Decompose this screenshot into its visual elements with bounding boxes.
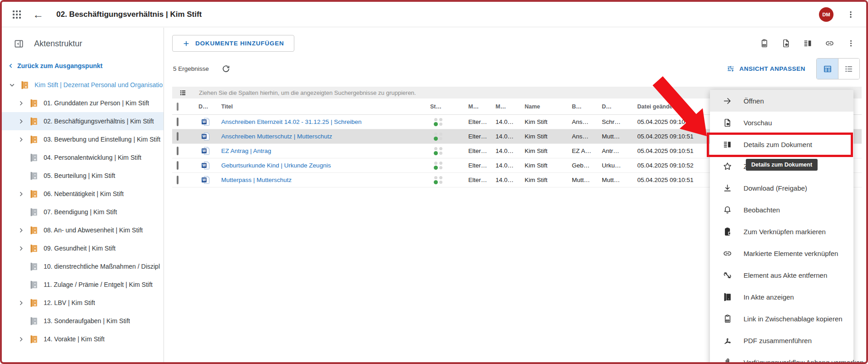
status-dots	[434, 162, 443, 170]
tooltip: Details zum Dokument	[746, 159, 818, 171]
select-all-checkbox[interactable]	[177, 103, 179, 111]
cell-m1: Elter…	[468, 148, 496, 154]
document-title-link[interactable]: EZ Antrag | Antrag	[221, 148, 430, 154]
back-arrow-icon[interactable]: ←	[33, 9, 44, 20]
row-checkbox[interactable]	[177, 147, 179, 155]
svg-text:W: W	[203, 149, 206, 153]
clipboard-link-icon[interactable]	[759, 39, 769, 48]
avatar[interactable]: DM	[819, 7, 833, 22]
menu-item-8[interactable]: Element aus Akte entfernen	[710, 264, 853, 286]
binder-icon	[29, 117, 39, 126]
doc-eye-icon[interactable]	[781, 39, 791, 48]
word-doc-icon: W	[201, 176, 221, 184]
tree-item-9[interactable]: 09. Gesundheit | Kim Stift	[2, 239, 164, 257]
chevron-right-icon[interactable]	[15, 226, 26, 234]
context-menu: Öffnen Vorschau Details zum Dokument Zur…	[710, 90, 853, 364]
adjust-view-button[interactable]: ANSICHT ANPASSEN	[726, 64, 805, 73]
menu-item-0[interactable]: Öffnen	[710, 90, 853, 112]
binder-icon	[29, 334, 39, 344]
tree-item-13[interactable]: 13. Sonderaufgaben | Kim Stift	[2, 312, 164, 330]
cell-d: Mutt…	[602, 133, 637, 140]
document-title-link[interactable]: Mutterpass | Mutterschutz	[221, 177, 430, 183]
collapse-panel-icon[interactable]	[14, 39, 24, 49]
back-to-origin-link[interactable]: Zurück zum Ausgangspunkt	[7, 58, 164, 74]
menu-item-9[interactable]: In Akte anzeigen	[710, 286, 853, 308]
binder-icon	[29, 171, 39, 181]
details-icon	[722, 140, 733, 149]
table-view-button[interactable]	[817, 59, 838, 79]
binder-icon	[29, 280, 39, 290]
menu-item-label: Markierte Elemente verknüpfen	[744, 250, 838, 257]
binder-icon	[29, 226, 39, 235]
chevron-down-icon[interactable]	[6, 81, 17, 89]
tree-item-3[interactable]: 03. Bewerbung und Einstellung | Kim Stif…	[2, 130, 164, 148]
document-title-link[interactable]: Geburtsurkunde Kind | Urkunde Zeugnis	[221, 162, 430, 169]
link-icon[interactable]	[825, 39, 834, 48]
cell-m2: 14.0…	[496, 162, 525, 169]
menu-item-6[interactable]: Zum Verknüpfen markieren	[710, 221, 853, 242]
row-checkbox[interactable]	[177, 118, 179, 126]
tree-item-6[interactable]: 06. Nebentätigkeit | Kim Stift	[2, 185, 164, 203]
menu-item-10[interactable]: Link in Zwischenablage kopieren	[710, 308, 853, 330]
cell-d: Schr…	[602, 118, 637, 125]
add-documents-button[interactable]: DOKUMENTE HINZUFÜGEN	[172, 35, 294, 52]
tree-item-0[interactable]: Kim Stift | Dezernat Personal und Organi…	[2, 76, 164, 94]
chevron-right-icon[interactable]	[15, 299, 26, 307]
binder-icon	[29, 135, 39, 144]
document-title-link[interactable]: Anschreiben Mutterschutz | Mutterschutz	[221, 133, 430, 140]
more-vert-icon[interactable]	[847, 39, 855, 48]
clipboard-link-icon	[722, 314, 733, 324]
tree-item-label: 06. Nebentätigkeit | Kim Stift	[44, 190, 124, 197]
menu-item-7[interactable]: Markierte Elemente verknüpfen	[710, 242, 853, 264]
tree-item-1[interactable]: 01. Grunddaten zur Person | Kim Stift	[2, 94, 164, 112]
tree-item-5[interactable]: 05. Beurteilung | Kim Stift	[2, 167, 164, 185]
menu-item-4[interactable]: Download (Freigabe)	[710, 177, 853, 199]
menu-item-11[interactable]: PDF zusammenführen	[710, 330, 853, 351]
chevron-right-icon[interactable]	[15, 190, 26, 198]
menu-item-label: Öffnen	[744, 97, 764, 105]
cell-m1: Elter…	[468, 162, 496, 169]
refresh-icon[interactable]	[222, 64, 230, 73]
tree-item-label: 01. Grunddaten zur Person | Kim Stift	[44, 99, 149, 107]
chevron-right-icon[interactable]	[15, 136, 26, 143]
binder-icon	[29, 262, 39, 271]
tree-item-label: 07. Beendigung | Kim Stift	[44, 208, 117, 216]
tree-item-label: Kim Stift | Dezernat Personal und Organi…	[35, 81, 163, 89]
binder-icon	[29, 244, 39, 253]
apps-grid-icon[interactable]	[13, 10, 21, 19]
more-vert-icon[interactable]	[846, 10, 855, 19]
binder-icon	[29, 153, 39, 162]
menu-item-2[interactable]: Details zum Dokument	[710, 133, 853, 155]
menu-item-1[interactable]: Vorschau	[710, 112, 853, 133]
menu-item-5[interactable]: Beobachten	[710, 199, 853, 221]
tree-item-8[interactable]: 08. An- und Abwesenheit | Kim Stift	[2, 221, 164, 239]
list-view-button[interactable]	[838, 59, 859, 79]
chevron-right-icon[interactable]	[15, 245, 26, 252]
tree-item-14[interactable]: 14. Vorakte | Kim Stift	[2, 330, 164, 348]
chevron-right-icon[interactable]	[15, 118, 26, 125]
row-checkbox[interactable]	[177, 176, 179, 184]
tree-item-10[interactable]: 10. dienstrechtliche Maßnahmen / Diszipl	[2, 257, 164, 275]
row-checkbox[interactable]	[177, 161, 179, 170]
tree-item-4[interactable]: 04. Personalentwicklung | Kim Stift	[2, 148, 164, 167]
tree-item-label: 03. Bewerbung und Einstellung | Kim Stif…	[44, 136, 160, 143]
details-icon[interactable]	[803, 39, 813, 48]
document-title-link[interactable]: Anschreiben Elternzeit 14.02 - 31.12.25 …	[221, 118, 430, 125]
chevron-right-icon[interactable]	[15, 99, 26, 107]
tree-item-12[interactable]: 12. LBV | Kim Stift	[2, 294, 164, 312]
tune-icon	[726, 64, 735, 73]
cell-name: Kim Stift	[525, 162, 572, 169]
tree-item-11[interactable]: 11. Zulage / Prämie / Entgelt | Kim Stif…	[2, 275, 164, 294]
file-tree: Kim Stift | Dezernat Personal und Organi…	[2, 76, 164, 348]
menu-item-12[interactable]: Verfügungsworkflow Anhang vormerken	[710, 351, 853, 364]
cell-d: Mutt…	[602, 177, 637, 183]
binder-icon	[29, 298, 39, 308]
tree-item-7[interactable]: 07. Beendigung | Kim Stift	[2, 203, 164, 221]
menu-item-label: Vorschau	[744, 119, 772, 127]
word-doc-icon: W	[201, 118, 221, 126]
tree-item-2[interactable]: 02. Beschäftigungsverhältnis | Kim Stift	[2, 112, 164, 130]
chevron-right-icon[interactable]	[15, 335, 26, 343]
tree-item-label: 09. Gesundheit | Kim Stift	[44, 245, 116, 252]
row-checkbox[interactable]	[177, 132, 179, 141]
clipboard-filled-icon	[722, 227, 733, 236]
